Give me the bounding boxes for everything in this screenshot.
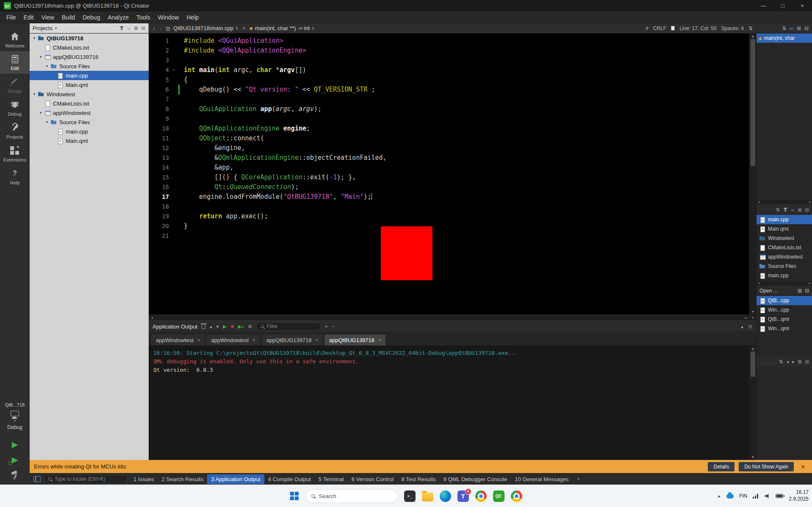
indentation-label[interactable]: Spaces: 4 — [721, 25, 744, 31]
sort-icon[interactable]: ⇅ — [748, 25, 753, 31]
qt-creator-taskbar-icon[interactable]: QC — [493, 490, 504, 502]
code-line-21[interactable]: 21 — [149, 231, 749, 241]
open-document-qtb-cpp[interactable]: QtB...cpp — [757, 296, 812, 305]
mini-tree-horizontal-scrollbar[interactable]: ◂ ▸ — [757, 280, 812, 286]
tab-close-icon[interactable]: × — [252, 337, 255, 343]
code-line-15[interactable]: 15 []() { QCoreApplication::exit(-1); }, — [149, 173, 749, 182]
open-file-selector[interactable]: QtBUG139718\main.cpp ▲▼ — [173, 25, 238, 31]
sidebar-item-main-cpp[interactable]: main.cpp — [757, 215, 812, 224]
mode-design[interactable]: Design — [0, 74, 30, 97]
expander-icon[interactable]: ▾ — [44, 64, 50, 68]
code-line-11[interactable]: 11 QObject::connect( — [149, 134, 749, 143]
zoom-in-icon[interactable]: + — [325, 324, 327, 329]
tab-close-icon[interactable]: × — [316, 337, 318, 343]
close-pane-icon[interactable]: ⊟ — [805, 288, 809, 294]
code-line-6[interactable]: 6 qDebug() << "Qt version: " << QT_VERSI… — [149, 85, 749, 95]
outline-item-main[interactable]: ◆ main(int, char — [757, 33, 812, 43]
output-vertical-scrollbar[interactable]: ▲ ▼ — [749, 346, 756, 460]
build-button[interactable] — [10, 470, 19, 480]
output-tab-appqtbug139718[interactable]: appQtBUG139718× — [261, 334, 323, 345]
sidebar-item-appwindowtest[interactable]: appWindowtest — [757, 252, 812, 262]
scroll-right-icon[interactable]: ▸ — [809, 200, 811, 204]
scroll-right-icon[interactable]: ▸ — [809, 281, 811, 285]
scroll-left-icon[interactable]: ◂ — [758, 200, 759, 204]
sort-icon[interactable]: ⇅ — [779, 359, 783, 365]
clear-output-icon[interactable] — [202, 325, 205, 329]
panel-4-compile-output[interactable]: 4 Compile Output — [264, 474, 315, 484]
code-line-10[interactable]: 10 QQmlApplicationEngine engine; — [149, 124, 749, 134]
locator-input[interactable]: Type to locate (Ctrl+K) — [44, 475, 127, 484]
code-line-18[interactable]: 18 — [149, 202, 749, 212]
settings-gear-icon[interactable]: ⚙ — [248, 324, 252, 329]
menu-window[interactable]: Window — [154, 13, 183, 22]
browser-profile-icon[interactable] — [511, 490, 522, 502]
panel-6-version-control[interactable]: 6 Version Control — [348, 474, 398, 484]
zoom-out-icon[interactable]: − — [332, 324, 335, 329]
sync-with-editor-icon[interactable]: ∞ — [790, 25, 793, 31]
scroll-down-icon[interactable]: ▼ — [751, 454, 755, 460]
clock[interactable]: 16.17 2.9.2025 — [789, 489, 809, 502]
menu-edit[interactable]: Edit — [20, 13, 38, 22]
scroll-track[interactable] — [750, 39, 756, 309]
close-pane-icon[interactable]: ⊟ — [805, 207, 809, 213]
stop-icon[interactable]: ■ — [231, 323, 234, 329]
next-item-icon[interactable]: ▾ — [216, 324, 219, 329]
details-button[interactable]: Details — [708, 462, 734, 471]
sort-icon[interactable]: ⇅ — [776, 207, 780, 213]
kit-selector[interactable]: QtB...718 ▾ Debug ▶ ▶ — [0, 402, 30, 485]
open-document-win-cpp[interactable]: Win...cpp — [757, 305, 812, 315]
output-pane-title[interactable]: Application Output — [152, 323, 197, 330]
code-line-12[interactable]: 12 &engine, — [149, 143, 749, 153]
chrome-icon[interactable] — [475, 490, 487, 502]
menu-file[interactable]: File — [3, 13, 20, 22]
expander-icon[interactable]: ▾ — [44, 120, 50, 124]
split-icon[interactable]: ⊞ — [797, 25, 801, 31]
tree-item-cmakelists-txt[interactable]: CMakeLists.txt — [30, 99, 149, 108]
output-lines[interactable]: 16:16:50: Starting C:\projectsQt\QtBUG13… — [149, 346, 749, 460]
code-line-2[interactable]: 2#include <QQmlApplicationEngine> — [149, 46, 749, 56]
mode-welcome[interactable]: Welcome — [0, 28, 30, 51]
filter-icon[interactable] — [783, 208, 788, 212]
scroll-left-icon[interactable]: ◂ — [149, 316, 155, 320]
scroll-right-icon[interactable]: ▸ — [792, 359, 795, 365]
panel-8-test-results[interactable]: 8 Test Results — [397, 474, 439, 484]
menu-analyze[interactable]: Analyze — [104, 13, 133, 22]
do-not-show-again-button[interactable]: Do Not Show Again — [739, 462, 794, 471]
output-tab-appwindowtest[interactable]: appWindowtest× — [206, 334, 260, 345]
expander-icon[interactable]: ▾ — [38, 111, 44, 115]
minimize-button[interactable]: — — [754, 0, 773, 11]
network-icon[interactable] — [753, 494, 759, 499]
projects-panel-title[interactable]: Projects — [33, 25, 53, 31]
panel-9-qml-debugger-console[interactable]: 9 QML Debugger Console — [440, 474, 511, 484]
code-line-17[interactable]: 17 engine.loadFromModule("QtBUG139718", … — [149, 192, 749, 202]
panel-overflow-icon[interactable]: ▾ — [575, 477, 583, 481]
outline-horizontal-scrollbar[interactable]: ◂ ▸ — [757, 199, 812, 205]
output-filter-input[interactable]: Filter — [256, 323, 321, 331]
scroll-right-icon[interactable]: ▸ — [743, 316, 749, 320]
expander-icon[interactable]: ▾ — [38, 55, 44, 59]
editor-horizontal-scrollbar[interactable]: ◂ ▸ ▾ — [149, 315, 756, 320]
close-pane-icon[interactable]: ⊟ — [805, 359, 809, 365]
panel-10-general-messages[interactable]: 10 General Messages — [511, 474, 572, 484]
previous-item-icon[interactable]: ▴ — [210, 324, 212, 329]
tray-overflow-icon[interactable]: ▲ — [717, 494, 721, 498]
tab-close-icon[interactable]: × — [197, 337, 200, 343]
symbol-selector[interactable]: ◆ main(int, char **) -> int ▲▼ — [249, 25, 314, 31]
bookmark-icon[interactable]: ▤ — [166, 25, 170, 31]
fold-icon[interactable]: ▾ — [169, 65, 178, 75]
dismiss-notification-icon[interactable]: × — [798, 463, 808, 470]
code-line-16[interactable]: 16 Qt::QueuedConnection); — [149, 182, 749, 192]
code-line-13[interactable]: 13 &QQmlApplicationEngine::objectCreatio… — [149, 153, 749, 163]
output-tab-appqtbug139718[interactable]: appQtBUG139718× — [324, 334, 386, 345]
go-forward-icon[interactable]: › — [159, 25, 163, 32]
start-button[interactable] — [290, 492, 299, 501]
collapse-pane-icon[interactable]: ▴ — [741, 324, 743, 329]
scroll-track[interactable] — [750, 351, 756, 454]
tree-item-main-qml[interactable]: Main.qml — [30, 80, 149, 89]
sync-with-editor-icon[interactable]: ∞ — [127, 26, 131, 31]
mode-extensions[interactable]: Extensions — [0, 142, 30, 165]
expander-icon[interactable]: ▾ — [31, 36, 37, 40]
projects-chevron-icon[interactable]: ▾ — [55, 26, 57, 30]
taskbar-search-input[interactable]: Search — [305, 489, 398, 503]
tree-item-appwindowtest[interactable]: ▾appWindowtest — [30, 108, 149, 117]
